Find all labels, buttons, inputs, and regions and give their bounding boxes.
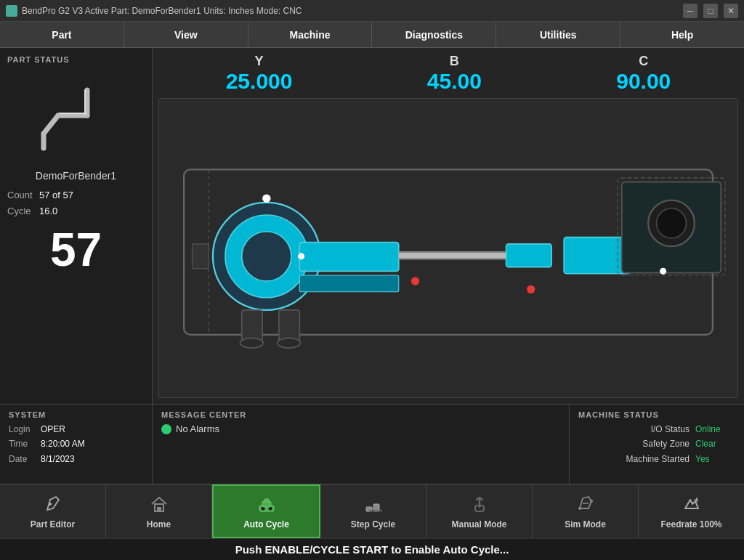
- left-panel: PART STATUS: [0, 48, 153, 404]
- svg-point-26: [278, 338, 301, 348]
- title-bar: BendPro G2 V3 Active Part: DemoForBender…: [0, 0, 744, 22]
- bottom-message-bar: Push ENABLE/CYCLE START to Enable Auto C…: [0, 538, 744, 560]
- cycle-value: 16.0: [39, 203, 57, 219]
- count-label: Count: [7, 187, 33, 203]
- time-label: Time: [9, 437, 35, 451]
- svg-point-11: [262, 195, 270, 203]
- auto-cycle-label: Auto Cycle: [243, 519, 289, 529]
- svg-point-10: [242, 232, 291, 281]
- axis-y-value: 25.000: [226, 69, 293, 94]
- sim-mode-label: Sim Mode: [565, 519, 606, 529]
- svg-point-49: [578, 507, 581, 510]
- svg-rect-15: [506, 244, 552, 267]
- svg-point-30: [660, 268, 666, 275]
- svg-point-50: [590, 500, 593, 503]
- svg-point-24: [240, 338, 263, 348]
- alarm-text: No Alarms: [176, 423, 219, 434]
- status-row: SYSTEM Login OPER Time 8:20:00 AM Date 8…: [0, 404, 744, 484]
- svg-rect-12: [299, 243, 398, 272]
- alarm-status-icon: [161, 424, 171, 434]
- close-button[interactable]: ✕: [724, 4, 738, 18]
- menu-item-help[interactable]: Help: [620, 22, 744, 47]
- svg-rect-46: [369, 510, 382, 511]
- app-title: BendPro G2 V3 Active Part: DemoForBender…: [22, 6, 683, 16]
- svg-point-28: [411, 277, 419, 285]
- big-count-display: 57: [7, 227, 145, 273]
- count-value: 57 of 57: [39, 187, 73, 203]
- center-panel: Y 25.000 B 45.00 C 90.00: [153, 48, 744, 404]
- part-preview-svg: [29, 68, 124, 163]
- manual-mode-icon: [469, 494, 490, 517]
- safety-zone-value: Clear: [695, 437, 735, 451]
- sim-mode-button[interactable]: Sim Mode: [533, 484, 639, 538]
- svg-line-2: [44, 115, 58, 134]
- window-controls: ─ □ ✕: [683, 4, 738, 18]
- part-status-label: PART STATUS: [7, 55, 145, 64]
- machine-status-panel: MACHINE STATUS I/O Status Online Safety …: [570, 405, 744, 484]
- machine-started-value: Yes: [695, 452, 735, 466]
- time-value: 8:20:00 AM: [41, 437, 85, 451]
- io-status-value: Online: [695, 422, 735, 437]
- message-center-title: MESSAGE CENTER: [161, 410, 560, 419]
- menu-item-machine[interactable]: Machine: [248, 22, 373, 47]
- axis-b-block: B 45.00: [427, 54, 482, 94]
- app-icon: [6, 5, 17, 17]
- part-info: Count 57 of 57 Cycle 16.0: [7, 187, 145, 219]
- main-content: PART STATUS: [0, 48, 744, 404]
- login-value: OPER: [41, 422, 65, 437]
- axis-c-block: C 90.00: [616, 54, 671, 94]
- svg-point-29: [527, 285, 535, 293]
- part-preview: [29, 68, 124, 163]
- svg-point-31: [298, 253, 304, 259]
- machine-viz-svg: [159, 99, 737, 397]
- part-editor-label: Part Editor: [31, 519, 75, 529]
- step-cycle-icon: [363, 494, 384, 517]
- io-status-label: I/O Status: [651, 422, 690, 437]
- machine-visualization: [158, 98, 738, 398]
- message-center: MESSAGE CENTER No Alarms: [153, 405, 570, 484]
- machine-status-title: MACHINE STATUS: [578, 410, 735, 419]
- manual-mode-label: Manual Mode: [451, 519, 506, 529]
- part-editor-button[interactable]: Part Editor: [0, 484, 106, 538]
- menu-item-utilities[interactable]: Utilities: [496, 22, 620, 47]
- manual-mode-button[interactable]: Manual Mode: [426, 484, 533, 538]
- system-panel: SYSTEM Login OPER Time 8:20:00 AM Date 8…: [0, 405, 153, 484]
- menu-item-part[interactable]: Part: [0, 22, 124, 47]
- part-name: DemoForBender1: [7, 170, 145, 182]
- minimize-button[interactable]: ─: [683, 4, 698, 18]
- menu-item-diagnostics[interactable]: Diagnostics: [372, 22, 496, 47]
- axis-c-value: 90.00: [616, 69, 671, 94]
- svg-rect-43: [264, 499, 269, 502]
- step-cycle-label: Step Cycle: [351, 519, 395, 529]
- bottom-toolbar: Part Editor Home Auto Cycle: [0, 484, 744, 538]
- auto-cycle-button[interactable]: Auto Cycle: [212, 484, 320, 538]
- axis-c-label: C: [616, 54, 671, 69]
- safety-zone-label: Safety Zone: [642, 437, 690, 451]
- axis-y-block: Y 25.000: [226, 54, 293, 94]
- axis-b-label: B: [427, 54, 482, 69]
- feedrate-button[interactable]: Feedrate 100%: [639, 484, 744, 538]
- part-editor-icon: [43, 494, 63, 517]
- step-cycle-button[interactable]: Step Cycle: [320, 484, 426, 538]
- auto-cycle-icon: [256, 494, 277, 517]
- menu-bar: PartViewMachineDiagnosticsUtilitiesHelp: [0, 22, 744, 48]
- svg-rect-34: [299, 275, 398, 292]
- machine-started-label: Machine Started: [626, 452, 690, 466]
- system-title: SYSTEM: [9, 410, 143, 419]
- axis-b-value: 45.00: [427, 69, 482, 94]
- login-label: Login: [9, 422, 35, 437]
- home-button[interactable]: Home: [106, 484, 212, 538]
- cycle-label: Cycle: [7, 203, 33, 219]
- date-value: 8/1/2023: [41, 452, 75, 466]
- sim-mode-icon: [575, 494, 596, 517]
- svg-rect-33: [192, 244, 209, 269]
- svg-rect-16: [564, 238, 630, 274]
- home-label: Home: [147, 519, 171, 529]
- axis-display: Y 25.000 B 45.00 C 90.00: [158, 54, 738, 94]
- alarm-row: No Alarms: [161, 423, 560, 434]
- svg-point-36: [49, 503, 52, 506]
- home-icon: [149, 494, 169, 517]
- maximize-button[interactable]: □: [703, 4, 718, 18]
- bottom-message-text: Push ENABLE/CYCLE START to Enable Auto C…: [235, 543, 509, 556]
- menu-item-view[interactable]: View: [124, 22, 248, 47]
